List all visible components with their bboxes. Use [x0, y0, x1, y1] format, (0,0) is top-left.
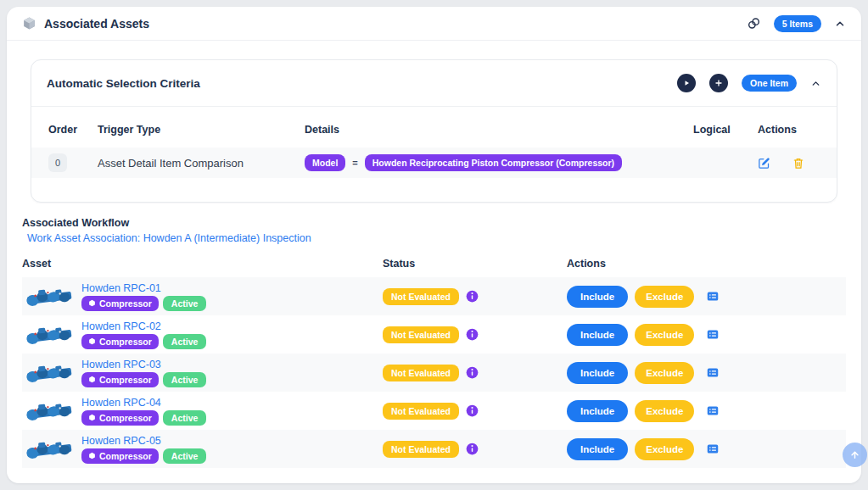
column-asset-actions: Actions	[567, 258, 846, 270]
criteria-trigger-type: Asset Detail Item Comparison	[98, 157, 305, 170]
criteria-row: 0 Asset Detail Item Comparison Model = H…	[31, 148, 837, 178]
details-list-icon[interactable]	[706, 443, 720, 455]
asset-thumbnail	[25, 284, 73, 309]
asset-link[interactable]: Howden RPC-04	[81, 397, 206, 409]
criteria-table-header: Order Trigger Type Details Logical Actio…	[31, 107, 837, 148]
asset-link[interactable]: Howden RPC-05	[81, 435, 206, 447]
status-badge: Not Evaluated	[383, 441, 459, 458]
asset-row: Howden RPC-05 Compressor Active Not Eval…	[22, 430, 846, 468]
info-icon[interactable]	[466, 290, 479, 303]
column-logical: Logical	[693, 124, 758, 136]
include-button[interactable]: Include	[567, 362, 628, 384]
column-actions: Actions	[758, 124, 820, 136]
include-button[interactable]: Include	[567, 286, 628, 308]
associated-assets-header: Associated Assets 5 Items	[7, 7, 861, 41]
asset-type-badge: Compressor	[81, 372, 159, 387]
column-order: Order	[48, 124, 98, 136]
info-icon[interactable]	[466, 404, 479, 417]
column-asset: Asset	[22, 258, 383, 270]
asset-state-badge: Active	[163, 334, 207, 349]
cube-icon	[22, 16, 36, 31]
info-icon[interactable]	[466, 328, 479, 341]
associated-workflow-section: Associated Workflow Work Asset Associati…	[22, 217, 846, 245]
automatic-selection-criteria-card: Automatic Selection Criteria One Item Or…	[31, 59, 837, 203]
workflow-link[interactable]: Work Asset Association: Howden A (Interm…	[27, 232, 311, 244]
asset-state-badge: Active	[163, 372, 207, 387]
include-button[interactable]: Include	[567, 324, 628, 346]
criteria-title: Automatic Selection Criteria	[47, 77, 200, 90]
asset-state-badge: Active	[163, 296, 207, 311]
delete-criteria-button[interactable]	[792, 157, 804, 170]
details-list-icon[interactable]	[706, 366, 720, 379]
asset-type-badge: Compressor	[81, 296, 159, 311]
include-button[interactable]: Include	[567, 400, 628, 422]
collapse-section-button[interactable]	[834, 18, 846, 30]
asset-table-header: Asset Status Actions	[22, 258, 846, 277]
criteria-value-badge: Howden Reciprocating Piston Compressor (…	[365, 154, 622, 171]
criteria-field-badge: Model	[305, 154, 345, 171]
status-badge: Not Evaluated	[383, 288, 459, 305]
column-status: Status	[383, 258, 567, 270]
column-trigger-type: Trigger Type	[98, 124, 305, 136]
status-badge: Not Evaluated	[383, 326, 459, 343]
add-criteria-button[interactable]	[709, 74, 728, 92]
asset-row: Howden RPC-04 Compressor Active Not Eval…	[22, 392, 846, 430]
scroll-to-top-button[interactable]	[843, 443, 867, 467]
asset-thumbnail	[25, 398, 73, 424]
asset-row: Howden RPC-02 Compressor Active Not Eval…	[22, 315, 846, 354]
asset-link[interactable]: Howden RPC-02	[81, 320, 206, 332]
asset-thumbnail	[25, 322, 73, 348]
workflow-title: Associated Workflow	[22, 217, 846, 229]
asset-link[interactable]: Howden RPC-01	[81, 282, 206, 294]
edit-criteria-button[interactable]	[758, 157, 770, 170]
page-title: Associated Assets	[44, 17, 149, 31]
link-icon[interactable]	[747, 16, 761, 31]
run-criteria-button[interactable]	[677, 74, 696, 92]
asset-row: Howden RPC-01 Compressor Active Not Eval…	[22, 277, 846, 315]
info-icon[interactable]	[466, 443, 479, 455]
exclude-button[interactable]: Exclude	[635, 362, 694, 384]
column-details: Details	[305, 124, 693, 136]
status-badge: Not Evaluated	[383, 403, 459, 420]
collapse-criteria-button[interactable]	[810, 78, 821, 89]
criteria-count-badge: One Item	[742, 75, 797, 92]
asset-type-badge: Compressor	[81, 410, 159, 426]
exclude-button[interactable]: Exclude	[635, 286, 694, 308]
details-list-icon[interactable]	[706, 290, 720, 303]
details-list-icon[interactable]	[706, 404, 720, 417]
items-count-badge: 5 Items	[774, 15, 821, 32]
asset-type-badge: Compressor	[81, 448, 159, 464]
exclude-button[interactable]: Exclude	[635, 400, 694, 422]
details-list-icon[interactable]	[706, 328, 720, 341]
asset-state-badge: Active	[163, 448, 207, 464]
exclude-button[interactable]: Exclude	[635, 324, 694, 346]
asset-state-badge: Active	[163, 410, 207, 426]
status-badge: Not Evaluated	[383, 365, 459, 381]
asset-row: Howden RPC-03 Compressor Active Not Eval…	[22, 354, 846, 392]
associated-assets-card: Associated Assets 5 Items Automatic Sele…	[7, 7, 861, 483]
asset-thumbnail	[25, 437, 73, 462]
exclude-button[interactable]: Exclude	[635, 438, 694, 460]
asset-thumbnail	[25, 360, 73, 386]
include-button[interactable]: Include	[567, 438, 628, 460]
criteria-operator: =	[352, 158, 357, 168]
asset-type-badge: Compressor	[81, 334, 159, 349]
info-icon[interactable]	[466, 366, 479, 379]
asset-link[interactable]: Howden RPC-03	[81, 359, 206, 370]
criteria-order-value: 0	[48, 153, 67, 172]
